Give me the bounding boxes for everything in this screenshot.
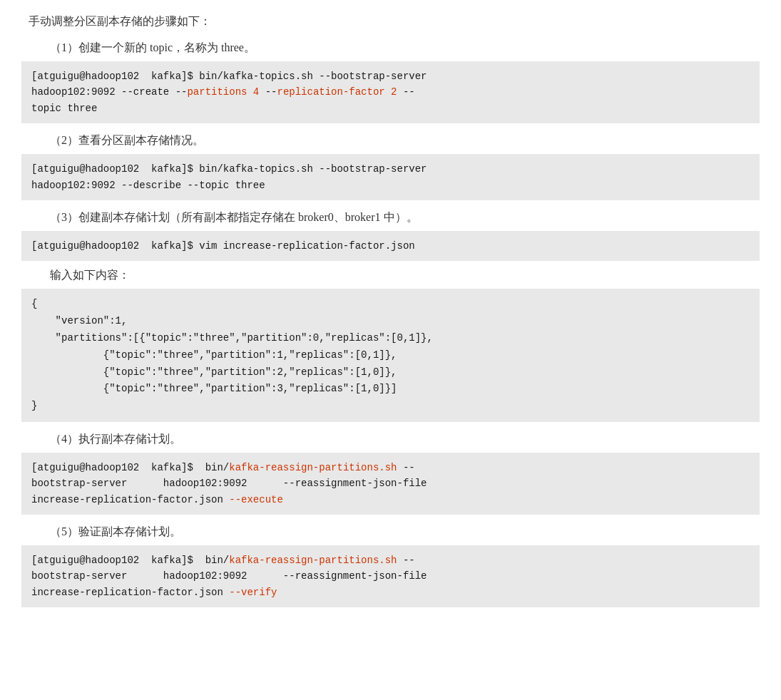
- step5-highlight1: kafka-reassign-partitions.sh: [229, 555, 397, 566]
- input-label: 输入如下内容：: [50, 268, 760, 283]
- step5-code: [atguigu@hadoop102 kafka]$ bin/kafka-rea…: [21, 545, 760, 607]
- step2-label: （2）查看分区副本存储情况。: [50, 133, 760, 148]
- intro-text: 手动调整分区副本存储的步骤如下：: [21, 14, 760, 29]
- step4-highlight2: --execute: [229, 494, 283, 505]
- step1-highlight1: partitions 4: [187, 86, 259, 98]
- step2-code: [atguigu@hadoop102 kafka]$ bin/kafka-top…: [21, 154, 760, 200]
- step5-prefix: [atguigu@hadoop102 kafka]$ bin/: [31, 555, 229, 566]
- step1-code-mid: --: [259, 86, 277, 98]
- step4-code: [atguigu@hadoop102 kafka]$ bin/kafka-rea…: [21, 453, 760, 515]
- step5-highlight2: --verify: [229, 587, 277, 598]
- step3-code: [atguigu@hadoop102 kafka]$ vim increase-…: [21, 231, 760, 261]
- json-content: { "version":1, "partitions":[{"topic":"t…: [21, 289, 760, 422]
- step5-label: （5）验证副本存储计划。: [50, 525, 760, 540]
- step4-label: （4）执行副本存储计划。: [50, 432, 760, 447]
- step4-prefix: [atguigu@hadoop102 kafka]$ bin/: [31, 462, 229, 473]
- step4-highlight1: kafka-reassign-partitions.sh: [229, 462, 397, 473]
- step3-label: （3）创建副本存储计划（所有副本都指定存储在 broker0、broker1 中…: [50, 210, 760, 225]
- step1-code: [atguigu@hadoop102 kafka]$ bin/kafka-top…: [21, 61, 760, 123]
- step1-highlight2: replication-factor 2: [277, 86, 397, 98]
- step1-label: （1）创建一个新的 topic，名称为 three。: [50, 41, 760, 56]
